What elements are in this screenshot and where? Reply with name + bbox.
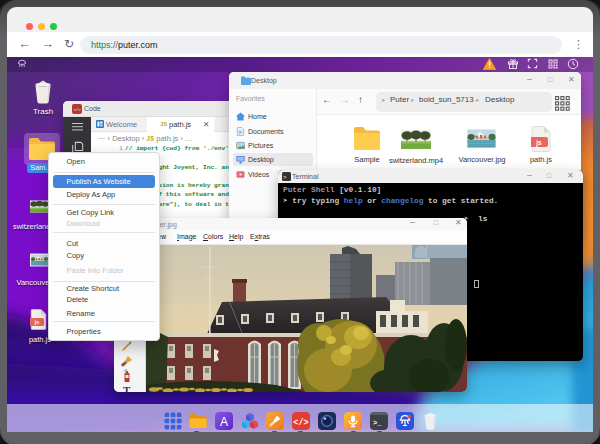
svg-text:A: A [219,415,227,429]
svg-text:</>: </> [293,418,308,428]
svg-text:>: > [283,174,287,181]
svg-text:>_: >_ [373,419,382,427]
svg-text:js: js [34,319,39,325]
svg-text:js: js [535,139,542,147]
svg-text:</>: </> [73,108,81,112]
